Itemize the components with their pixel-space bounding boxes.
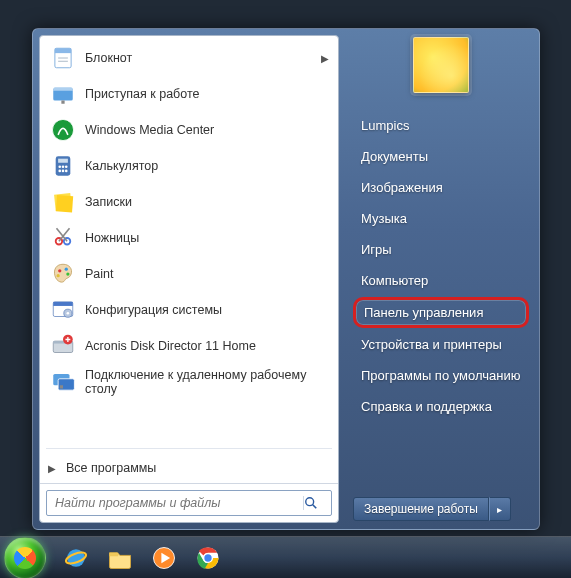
right-item-1[interactable]: Документы: [353, 142, 529, 171]
program-list: Блокнот ▶ Приступая к работе Windows Med…: [40, 36, 338, 444]
program-label: Блокнот: [85, 51, 132, 65]
svg-point-16: [65, 170, 68, 173]
program-item-sticky-notes[interactable]: Записки: [42, 184, 336, 220]
svg-point-12: [62, 166, 65, 169]
program-label: Записки: [85, 195, 132, 209]
explorer-icon[interactable]: [98, 540, 142, 576]
program-label: Конфигурация системы: [85, 303, 222, 317]
svg-point-15: [62, 170, 65, 173]
svg-point-30: [67, 312, 70, 315]
program-item-acronis[interactable]: Acronis Disk Director 11 Home: [42, 328, 336, 364]
right-item-6[interactable]: Панель управления: [353, 297, 529, 328]
svg-point-14: [58, 170, 61, 173]
program-item-calculator[interactable]: Калькулятор: [42, 148, 336, 184]
getting-started-icon: [49, 80, 77, 108]
calculator-icon: [49, 152, 77, 180]
right-item-4[interactable]: Игры: [353, 235, 529, 264]
svg-point-25: [66, 272, 69, 275]
program-item-wmc[interactable]: Windows Media Center: [42, 112, 336, 148]
program-label: Приступая к работе: [85, 87, 199, 101]
start-button[interactable]: [4, 537, 46, 579]
program-label: Windows Media Center: [85, 123, 214, 137]
triangle-right-icon: ▶: [48, 463, 56, 474]
right-item-5[interactable]: Компьютер: [353, 266, 529, 295]
search-box[interactable]: [46, 490, 332, 516]
svg-rect-41: [110, 552, 119, 556]
program-label: Подключение к удаленному рабочему столу: [85, 368, 329, 396]
paint-icon: [49, 260, 77, 288]
program-item-rdp[interactable]: Подключение к удаленному рабочему столу: [42, 364, 336, 400]
svg-point-26: [57, 274, 60, 277]
svg-point-13: [65, 166, 68, 169]
right-item-2[interactable]: Изображения: [353, 173, 529, 202]
program-label: Ножницы: [85, 231, 139, 245]
sticky-notes-icon: [49, 188, 77, 216]
right-item-8[interactable]: Программы по умолчанию: [353, 361, 529, 390]
program-label: Acronis Disk Director 11 Home: [85, 339, 256, 353]
divider: [46, 448, 332, 449]
user-avatar[interactable]: [413, 37, 469, 93]
right-item-7[interactable]: Устройства и принтеры: [353, 330, 529, 359]
right-item-9[interactable]: Справка и поддержка: [353, 392, 529, 421]
submenu-arrow-icon: ▶: [321, 53, 329, 64]
svg-point-23: [58, 269, 61, 272]
svg-rect-28: [53, 302, 73, 306]
svg-rect-1: [55, 48, 71, 53]
taskbar: [0, 536, 571, 578]
shutdown-row: Завершение работы ▸: [353, 497, 529, 521]
program-label: Калькулятор: [85, 159, 158, 173]
program-item-snipping-tool[interactable]: Ножницы: [42, 220, 336, 256]
program-label: Paint: [85, 267, 114, 281]
svg-point-37: [306, 498, 314, 506]
start-menu: Блокнот ▶ Приступая к работе Windows Med…: [32, 28, 540, 530]
start-menu-right-pane: LumpicsДокументыИзображенияМузыкаИгрыКом…: [339, 29, 539, 529]
wmc-icon: [49, 116, 77, 144]
svg-line-38: [313, 505, 317, 509]
right-item-3[interactable]: Музыка: [353, 204, 529, 233]
program-item-getting-started[interactable]: Приступая к работе: [42, 76, 336, 112]
wmp-icon[interactable]: [142, 540, 186, 576]
chrome-icon[interactable]: [186, 540, 230, 576]
ie-icon[interactable]: [54, 540, 98, 576]
svg-rect-6: [61, 101, 64, 104]
notepad-icon: [49, 44, 77, 72]
program-item-notepad[interactable]: Блокнот ▶: [42, 40, 336, 76]
svg-rect-36: [60, 385, 63, 388]
all-programs[interactable]: ▶ Все программы: [40, 453, 338, 483]
svg-rect-10: [58, 159, 68, 163]
acronis-icon: [49, 332, 77, 360]
program-item-msconfig[interactable]: Конфигурация системы: [42, 292, 336, 328]
shutdown-options-button[interactable]: ▸: [489, 497, 511, 521]
svg-point-24: [65, 268, 68, 271]
search-icon[interactable]: [303, 496, 331, 510]
msconfig-icon: [49, 296, 77, 324]
svg-rect-18: [56, 195, 73, 212]
svg-rect-5: [53, 88, 73, 91]
snipping-tool-icon: [49, 224, 77, 252]
rdp-icon: [49, 368, 77, 396]
shutdown-button[interactable]: Завершение работы: [353, 497, 489, 521]
svg-point-11: [58, 166, 61, 169]
search-row: [40, 483, 338, 522]
program-item-paint[interactable]: Paint: [42, 256, 336, 292]
all-programs-label: Все программы: [66, 461, 156, 475]
right-item-0[interactable]: Lumpics: [353, 111, 529, 140]
svg-point-46: [204, 553, 213, 562]
start-menu-left-pane: Блокнот ▶ Приступая к работе Windows Med…: [39, 35, 339, 523]
search-input[interactable]: [47, 491, 303, 515]
